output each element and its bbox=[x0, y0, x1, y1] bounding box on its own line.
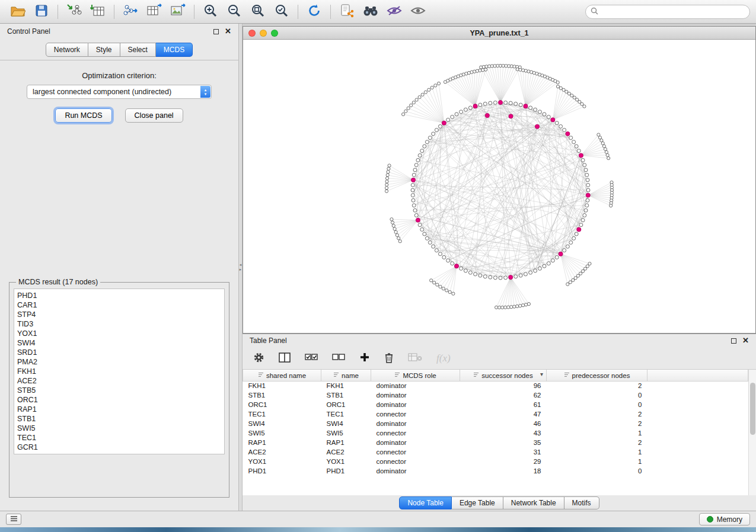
tab-network-table[interactable]: Network Table bbox=[503, 496, 564, 509]
import-network-button[interactable] bbox=[62, 2, 86, 21]
tab-mcds[interactable]: MCDS bbox=[156, 43, 193, 57]
column-header-shared-name[interactable]: shared name bbox=[243, 370, 321, 381]
export-table-button[interactable] bbox=[142, 2, 166, 21]
column-header-predecessor-nodes[interactable]: predecessor nodes bbox=[547, 370, 647, 381]
hide-selected-button[interactable] bbox=[382, 2, 406, 21]
table-cell[interactable]: 2 bbox=[547, 381, 647, 390]
mcds-result-item[interactable]: CAR1 bbox=[17, 300, 221, 310]
tab-network[interactable]: Network bbox=[46, 43, 88, 57]
mcds-result-item[interactable]: STB1 bbox=[17, 414, 221, 424]
table-cell[interactable]: 1 bbox=[547, 447, 647, 457]
table-cell[interactable]: TEC1 bbox=[243, 409, 321, 419]
function-builder-button[interactable]: f(x) bbox=[436, 352, 451, 364]
open-file-button[interactable] bbox=[6, 2, 30, 21]
table-cell[interactable]: YOX1 bbox=[243, 457, 321, 466]
table-cell[interactable]: dominator bbox=[371, 381, 460, 390]
table-cell[interactable]: connector bbox=[371, 428, 460, 438]
network-window-titlebar[interactable]: YPA_prune.txt_1 bbox=[243, 27, 755, 40]
table-cell[interactable]: connector bbox=[371, 447, 460, 457]
mcds-result-item[interactable]: RAP1 bbox=[17, 405, 221, 414]
select-all-button[interactable] bbox=[305, 352, 318, 364]
table-cell[interactable]: 35 bbox=[460, 438, 547, 447]
mcds-result-item[interactable]: ORC1 bbox=[17, 395, 221, 405]
table-cell[interactable]: ORC1 bbox=[321, 400, 371, 409]
mcds-result-item[interactable]: SWI5 bbox=[17, 424, 221, 433]
status-menu-button[interactable] bbox=[6, 514, 21, 525]
mcds-result-item[interactable]: TID3 bbox=[17, 319, 221, 329]
tab-style[interactable]: Style bbox=[88, 43, 120, 57]
table-row[interactable]: PHD1PHD1dominator180 bbox=[243, 466, 748, 476]
deselect-all-button[interactable] bbox=[332, 352, 345, 364]
search-box[interactable] bbox=[585, 5, 750, 19]
table-cell[interactable]: SWI4 bbox=[321, 419, 371, 428]
zoom-fit-button[interactable] bbox=[246, 2, 270, 21]
table-row[interactable]: SWI5SWI5connector431 bbox=[243, 428, 748, 438]
float-panel-icon[interactable] bbox=[213, 29, 219, 34]
table-cell[interactable]: 1 bbox=[547, 428, 647, 438]
column-header-name[interactable]: name bbox=[321, 370, 371, 381]
mcds-result-item[interactable]: TEC1 bbox=[17, 433, 221, 443]
table-cell[interactable]: 62 bbox=[460, 390, 547, 400]
table-cell[interactable]: RAP1 bbox=[321, 438, 371, 447]
table-cell[interactable]: PHD1 bbox=[321, 466, 371, 476]
close-panel-icon[interactable]: ✕ bbox=[225, 28, 231, 34]
network-canvas[interactable] bbox=[243, 40, 755, 333]
table-cell[interactable]: connector bbox=[371, 457, 460, 466]
table-row[interactable]: YOX1YOX1connector291 bbox=[243, 457, 748, 466]
table-cell[interactable]: TEC1 bbox=[321, 409, 371, 419]
tab-edge-table[interactable]: Edge Table bbox=[452, 496, 503, 509]
column-menu-chevron-icon[interactable]: ▾ bbox=[540, 371, 543, 377]
table-cell[interactable]: RAP1 bbox=[243, 438, 321, 447]
table-row[interactable]: TEC1TEC1connector472 bbox=[243, 409, 748, 419]
mcds-result-item[interactable]: PMA2 bbox=[17, 357, 221, 367]
table-cell[interactable]: SWI5 bbox=[243, 428, 321, 438]
table-cell[interactable]: 47 bbox=[460, 409, 547, 419]
table-cell[interactable]: SWI5 bbox=[321, 428, 371, 438]
scrollbar-thumb[interactable] bbox=[750, 383, 755, 435]
search-input[interactable] bbox=[602, 8, 745, 16]
table-settings-button[interactable] bbox=[253, 352, 264, 365]
table-cell[interactable]: 2 bbox=[547, 438, 647, 447]
mcds-result-item[interactable]: STB5 bbox=[17, 386, 221, 395]
table-cell[interactable]: 46 bbox=[460, 419, 547, 428]
table-cell[interactable]: ORC1 bbox=[243, 400, 321, 409]
table-cell[interactable]: 0 bbox=[547, 466, 647, 476]
table-cell[interactable]: STB1 bbox=[321, 390, 371, 400]
table-cell[interactable]: 31 bbox=[460, 447, 547, 457]
table-row[interactable]: STB1STB1dominator620 bbox=[243, 390, 748, 400]
delete-column-button[interactable] bbox=[384, 352, 394, 365]
collapse-left-icon[interactable]: ◄ bbox=[239, 263, 243, 267]
table-cell[interactable]: 2 bbox=[547, 419, 647, 428]
table-cell[interactable]: 1 bbox=[547, 457, 647, 466]
table-cell[interactable]: 43 bbox=[460, 428, 547, 438]
mcds-result-item[interactable]: SRD1 bbox=[17, 348, 221, 357]
show-columns-button[interactable] bbox=[279, 352, 291, 364]
table-cell[interactable]: 0 bbox=[547, 400, 647, 409]
close-window-icon[interactable] bbox=[248, 30, 256, 37]
table-cell[interactable]: 96 bbox=[460, 381, 547, 390]
table-cell[interactable]: ACE2 bbox=[321, 447, 371, 457]
mcds-result-item[interactable]: GCR1 bbox=[17, 443, 221, 452]
import-table-button[interactable] bbox=[86, 2, 110, 21]
table-cell[interactable]: YOX1 bbox=[321, 457, 371, 466]
table-cell[interactable]: FKH1 bbox=[243, 381, 321, 390]
table-row[interactable]: FKH1FKH1dominator962 bbox=[243, 381, 748, 390]
mcds-result-item[interactable]: PHD1 bbox=[17, 291, 221, 300]
column-header-successor-nodes[interactable]: successor nodes▾ bbox=[460, 370, 547, 381]
table-row[interactable]: SWI4SWI4dominator462 bbox=[243, 419, 748, 428]
memory-button[interactable]: Memory bbox=[699, 513, 750, 525]
clear-table-button[interactable] bbox=[408, 352, 422, 364]
export-image-button[interactable] bbox=[166, 2, 190, 21]
add-column-button[interactable] bbox=[359, 352, 370, 364]
mcds-result-item[interactable]: YOX1 bbox=[17, 329, 221, 338]
table-cell[interactable]: 29 bbox=[460, 457, 547, 466]
tab-node-table[interactable]: Node Table bbox=[399, 496, 452, 509]
copy-network-button[interactable] bbox=[335, 2, 359, 21]
minimize-window-icon[interactable] bbox=[260, 30, 267, 37]
table-row[interactable]: RAP1RAP1dominator352 bbox=[243, 438, 748, 447]
refresh-view-button[interactable] bbox=[302, 2, 326, 21]
zoom-out-button[interactable] bbox=[222, 2, 246, 21]
mcds-result-list[interactable]: PHD1CAR1STP4TID3YOX1SWI4SRD1PMA2FKH1ACE2… bbox=[14, 289, 225, 454]
zoom-selected-button[interactable] bbox=[270, 2, 294, 21]
panel-splitter[interactable]: ◄ ► bbox=[238, 24, 243, 511]
